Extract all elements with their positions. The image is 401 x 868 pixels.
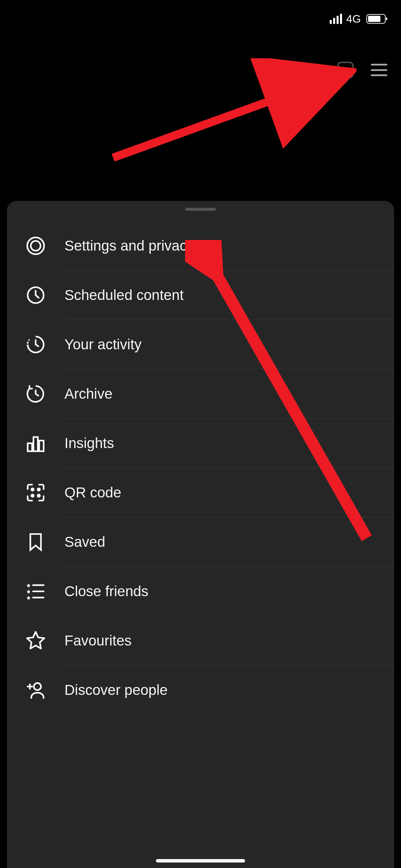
menu-list: Settings and privacy Scheduled content — [7, 221, 394, 715]
svg-point-9 — [38, 495, 40, 497]
menu-sheet: Settings and privacy Scheduled content — [7, 201, 394, 868]
star-icon — [24, 629, 47, 652]
menu-item-discover-people[interactable]: Discover people — [7, 665, 394, 715]
menu-label: Insights — [64, 435, 114, 451]
activity-icon — [24, 333, 47, 356]
menu-label: Saved — [64, 534, 105, 550]
menu-item-your-activity[interactable]: Your activity — [7, 320, 394, 369]
svg-rect-4 — [34, 437, 38, 451]
menu-item-saved[interactable]: Saved — [7, 517, 394, 567]
menu-item-archive[interactable]: Archive — [7, 369, 394, 419]
menu-label: Settings and privacy — [64, 238, 194, 254]
menu-item-close-friends[interactable]: Close friends — [7, 567, 394, 616]
menu-item-insights[interactable]: Insights — [7, 419, 394, 468]
clock-icon — [24, 284, 47, 307]
svg-rect-3 — [28, 443, 32, 451]
signal-icon — [330, 14, 342, 24]
menu-label: Favourites — [64, 632, 132, 649]
qrcode-icon — [24, 481, 47, 504]
menu-item-qr-code[interactable]: QR code — [7, 468, 394, 517]
home-indicator — [156, 859, 245, 863]
menu-label: Close friends — [64, 583, 148, 600]
closefriends-icon — [24, 580, 47, 603]
svg-point-10 — [34, 683, 41, 690]
svg-point-1 — [31, 241, 40, 251]
hamburger-menu-button[interactable] — [371, 64, 387, 76]
addperson-icon — [24, 678, 47, 702]
menu-label: QR code — [64, 484, 121, 501]
svg-point-7 — [38, 489, 40, 491]
menu-item-settings-and-privacy[interactable]: Settings and privacy — [7, 221, 394, 270]
svg-rect-5 — [39, 441, 44, 451]
menu-label: Archive — [64, 386, 112, 402]
menu-item-scheduled-content[interactable]: Scheduled content — [7, 270, 394, 320]
menu-label: Discover people — [64, 682, 168, 698]
archive-icon — [24, 382, 47, 406]
svg-point-6 — [32, 489, 34, 491]
create-post-button[interactable] — [337, 62, 354, 78]
status-bar: 4G — [0, 0, 401, 38]
annotation-arrow-1 — [103, 58, 356, 161]
bookmark-icon — [24, 530, 47, 554]
gear-icon — [24, 234, 47, 257]
svg-point-8 — [32, 495, 34, 497]
svg-point-0 — [27, 237, 44, 254]
menu-label: Your activity — [64, 336, 142, 353]
sheet-grabber[interactable] — [185, 208, 216, 211]
network-type-label: 4G — [346, 13, 361, 25]
svg-line-11 — [113, 77, 336, 158]
battery-icon — [366, 14, 386, 24]
insights-icon — [24, 432, 47, 455]
menu-label: Scheduled content — [64, 287, 184, 303]
menu-item-favourites[interactable]: Favourites — [7, 616, 394, 665]
